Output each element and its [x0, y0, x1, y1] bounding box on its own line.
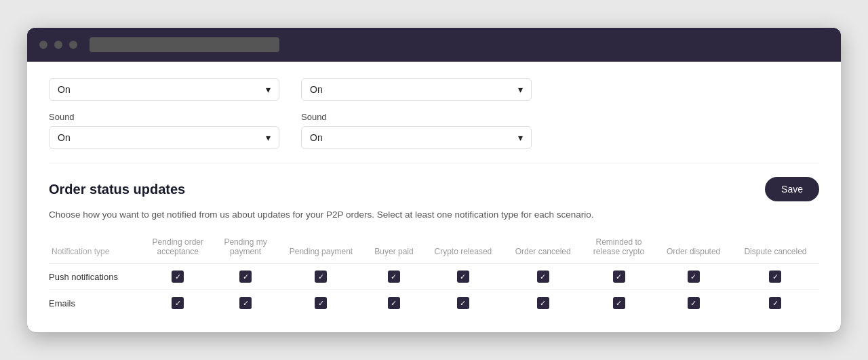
left-sound-chevron: ▾ — [266, 132, 271, 143]
checkbox-icon: ✓ — [613, 271, 625, 283]
checkbox-icon: ✓ — [769, 271, 781, 283]
table-row: Push notifications✓✓✓✓✓✓✓✓✓ — [49, 264, 819, 290]
left-sound-label: Sound — [49, 112, 279, 122]
left-first-select-group: On ▾ — [49, 78, 279, 101]
checkbox-icon: ✓ — [688, 297, 700, 309]
checkbox-cell[interactable]: ✓ — [366, 264, 422, 290]
checkbox-cell[interactable]: ✓ — [504, 290, 583, 317]
col-header-crypto-released: Crypto released — [422, 233, 504, 264]
right-first-chevron: ▾ — [518, 84, 523, 95]
right-sound-dropdown[interactable]: On ▾ — [301, 126, 532, 149]
right-sound-chevron: ▾ — [518, 132, 523, 143]
traffic-light-red — [39, 41, 47, 49]
checkbox-icon: ✓ — [388, 297, 400, 309]
left-first-dropdown[interactable]: On ▾ — [49, 78, 279, 101]
checkbox-icon: ✓ — [388, 271, 400, 283]
checkbox-cell[interactable]: ✓ — [422, 264, 504, 290]
titlebar — [27, 28, 841, 62]
section-title: Order status updates — [49, 182, 185, 197]
checkbox-icon: ✓ — [537, 271, 549, 283]
checkbox-cell[interactable]: ✓ — [277, 264, 366, 290]
right-sound-label: Sound — [301, 112, 532, 122]
right-sound-value: On — [310, 132, 323, 143]
checkbox-icon: ✓ — [769, 297, 781, 309]
checkbox-cell[interactable]: ✓ — [583, 264, 656, 290]
browser-window: On ▾ On ▾ Sound On ▾ Sound — [27, 28, 841, 332]
row-label: Emails — [49, 290, 142, 317]
save-button[interactable]: Save — [765, 177, 819, 201]
checkbox-cell[interactable]: ✓ — [422, 290, 504, 317]
checkbox-cell[interactable]: ✓ — [732, 290, 819, 317]
col-header-pending-order: Pending orderacceptance — [142, 233, 215, 264]
checkbox-icon: ✓ — [172, 297, 184, 309]
col-header-pending-pay: Pending payment — [277, 233, 366, 264]
left-first-value: On — [58, 84, 71, 95]
checkbox-cell[interactable]: ✓ — [214, 290, 277, 317]
col-header-type: Notification type — [49, 233, 142, 264]
col-header-dispute-canceled: Dispute canceled — [732, 233, 819, 264]
col-header-order-canceled: Order canceled — [504, 233, 583, 264]
checkbox-cell[interactable]: ✓ — [732, 264, 819, 290]
page-content: On ▾ On ▾ Sound On ▾ Sound — [27, 62, 841, 332]
checkbox-cell[interactable]: ✓ — [655, 264, 732, 290]
right-second-select-group: Sound On ▾ — [301, 112, 532, 149]
section-divider — [49, 163, 819, 163]
checkbox-cell[interactable]: ✓ — [142, 290, 215, 317]
row-label: Push notifications — [49, 264, 142, 290]
right-first-value: On — [310, 84, 323, 95]
col-header-buyer-paid: Buyer paid — [366, 233, 422, 264]
section-header: Order status updates Save — [49, 177, 819, 201]
url-bar[interactable] — [90, 37, 279, 52]
left-first-chevron: ▾ — [266, 84, 271, 95]
checkbox-icon: ✓ — [688, 271, 700, 283]
checkbox-cell[interactable]: ✓ — [655, 290, 732, 317]
checkbox-icon: ✓ — [613, 297, 625, 309]
left-sound-value: On — [58, 132, 71, 143]
section-description: Choose how you want to get notified from… — [49, 209, 819, 220]
checkbox-icon: ✓ — [239, 271, 252, 283]
left-second-select-group: Sound On ▾ — [49, 112, 279, 149]
right-first-select-group: On ▾ — [301, 78, 532, 101]
selects-row-first: On ▾ On ▾ — [49, 78, 819, 101]
selects-row-second: Sound On ▾ Sound On ▾ — [49, 112, 819, 149]
checkbox-cell[interactable]: ✓ — [277, 290, 366, 317]
checkbox-icon: ✓ — [315, 271, 327, 283]
traffic-light-green — [69, 41, 77, 49]
checkbox-icon: ✓ — [457, 297, 469, 309]
left-sound-dropdown[interactable]: On ▾ — [49, 126, 279, 149]
checkbox-cell[interactable]: ✓ — [142, 264, 215, 290]
col-header-reminded: Reminded torelease crypto — [583, 233, 656, 264]
col-header-pending-payment: Pending mypayment — [214, 233, 277, 264]
checkbox-icon: ✓ — [239, 297, 252, 309]
checkbox-cell[interactable]: ✓ — [366, 290, 422, 317]
checkbox-cell[interactable]: ✓ — [504, 264, 583, 290]
notifications-table: Notification type Pending orderacceptanc… — [49, 233, 819, 316]
table-row: Emails✓✓✓✓✓✓✓✓✓ — [49, 290, 819, 317]
checkbox-icon: ✓ — [172, 271, 184, 283]
checkbox-cell[interactable]: ✓ — [214, 264, 277, 290]
checkbox-icon: ✓ — [457, 271, 469, 283]
checkbox-icon: ✓ — [537, 297, 549, 309]
traffic-light-yellow — [54, 41, 62, 49]
right-first-dropdown[interactable]: On ▾ — [301, 78, 532, 101]
checkbox-icon: ✓ — [315, 297, 327, 309]
col-header-disputed: Order disputed — [655, 233, 732, 264]
checkbox-cell[interactable]: ✓ — [583, 290, 656, 317]
